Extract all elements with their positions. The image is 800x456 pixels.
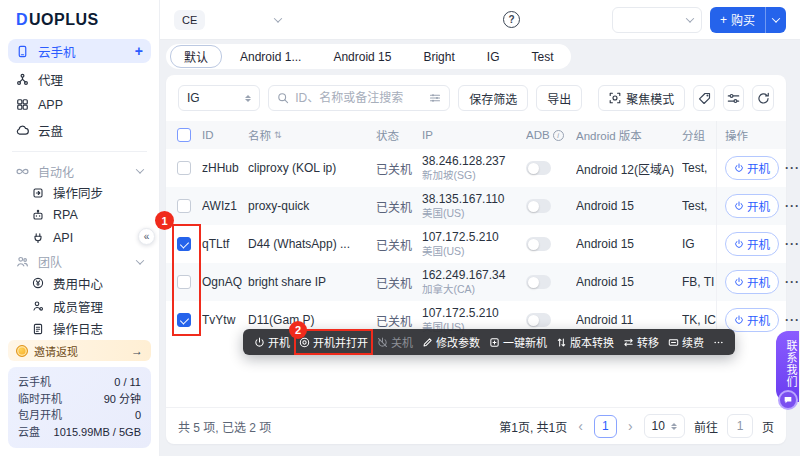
coin-icon — [16, 345, 28, 357]
search-box[interactable] — [268, 85, 450, 111]
device-ip: 162.249.167.34 — [422, 268, 505, 283]
power-on-button[interactable]: 开机 — [725, 270, 779, 294]
save-filter-button[interactable]: 保存筛选 — [458, 85, 528, 111]
tab-android-1[interactable]: Android 1... — [226, 47, 315, 67]
focus-mode-button[interactable]: 聚焦模式 — [598, 85, 685, 111]
toolbar-edit[interactable]: 修改参数 — [422, 334, 480, 350]
group-filter-value: IG — [187, 91, 200, 105]
col-ip: IP — [422, 121, 526, 149]
contact-us-widget[interactable]: 联系我们 — [775, 331, 800, 410]
col-actions: 操作 — [716, 121, 786, 149]
sidebar-item-label: 成员管理 — [53, 297, 103, 316]
info-icon[interactable]: i — [553, 130, 564, 141]
adb-toggle[interactable] — [526, 237, 551, 251]
power-on-button[interactable]: 开机 — [725, 308, 779, 332]
power-on-button[interactable]: 开机 — [725, 232, 779, 256]
tab-bright[interactable]: Bright — [409, 47, 468, 67]
sidebar-item-cloud-phone[interactable]: 云手机 + — [8, 39, 151, 63]
power-icon — [734, 163, 744, 173]
adb-toggle[interactable] — [526, 161, 551, 175]
sidebar-item-cloud-disk[interactable]: 云盘 — [8, 118, 151, 141]
chat-bubble-icon[interactable] — [778, 390, 798, 410]
pagination: 第1页, 共1页 ‹ 1 › 10 前往 1 页 — [499, 414, 774, 438]
column-settings-button[interactable] — [723, 85, 745, 111]
export-button[interactable]: 导出 — [536, 85, 582, 111]
sidebar-item-billing-center[interactable]: 费用中心 — [8, 272, 151, 295]
col-name[interactable]: 名称⇅ — [248, 121, 376, 149]
tab-default[interactable]: 默认 — [170, 45, 222, 68]
sidebar-collapse-button[interactable]: « — [138, 228, 155, 245]
device-group: FB, TI — [682, 263, 716, 301]
row-more-button[interactable]: ··· — [785, 161, 800, 175]
refresh-button[interactable] — [752, 85, 774, 111]
row-checkbox[interactable] — [177, 237, 191, 251]
invite-cashback-card[interactable]: 邀请返现 → — [8, 340, 151, 361]
device-name: D44 (WhatsApp) ... — [248, 225, 376, 263]
page-size-select[interactable]: 10 — [644, 414, 685, 438]
prev-page-button[interactable]: ‹ — [576, 418, 585, 434]
stat-cloud-disk: 云盘1015.99MB / 5GB — [18, 424, 141, 441]
help-icon[interactable]: ? — [503, 11, 520, 28]
toolbar-more[interactable] — [713, 337, 724, 348]
toolbar-renew[interactable]: 续费 — [668, 334, 704, 350]
row-checkbox[interactable] — [177, 161, 191, 175]
member-icon — [32, 300, 44, 312]
sidebar-group-automation[interactable]: 自动化 — [8, 161, 151, 182]
advanced-filter-icon[interactable] — [429, 92, 441, 104]
power-icon — [734, 277, 744, 287]
search-input[interactable] — [295, 91, 423, 105]
stat-temp-boot: 临时开机90 分钟 — [18, 391, 141, 408]
buy-dropdown-caret[interactable] — [766, 7, 786, 33]
power-on-button[interactable]: 开机 — [725, 194, 779, 218]
row-more-button[interactable]: ··· — [785, 275, 800, 289]
buy-button[interactable]: +购买 — [710, 7, 786, 33]
current-page-button[interactable]: 1 — [594, 415, 617, 438]
toolbar-new-device[interactable]: 一键新机 — [489, 334, 547, 350]
row-checkbox[interactable] — [177, 199, 191, 213]
sidebar-item-rpa[interactable]: RPA — [8, 204, 151, 227]
group-label: 团队 — [38, 253, 62, 270]
adb-toggle[interactable] — [526, 275, 551, 289]
workspace-chip[interactable]: CE — [174, 10, 205, 30]
row-more-button[interactable]: ··· — [785, 313, 800, 327]
add-cloud-phone-button[interactable]: + — [135, 43, 143, 59]
select-all-checkbox[interactable] — [177, 128, 191, 142]
device-group: Test, — [682, 149, 716, 187]
power-icon — [734, 201, 744, 211]
row-checkbox[interactable] — [177, 275, 191, 289]
tab-android-15[interactable]: Android 15 — [319, 47, 405, 67]
toolbar-version[interactable]: 版本转换 — [556, 334, 614, 350]
sidebar-item-label: 操作同步 — [53, 183, 103, 202]
sidebar-item-member-management[interactable]: 成员管理 — [8, 295, 151, 318]
robot-icon — [32, 209, 44, 221]
sidebar-item-api[interactable]: API — [8, 227, 151, 250]
sidebar-item-proxy[interactable]: 代理 — [8, 67, 151, 90]
next-page-button[interactable]: › — [626, 418, 635, 434]
sidebar-group-team[interactable]: 团队 — [8, 251, 151, 272]
tab-test[interactable]: Test — [517, 47, 567, 67]
sort-icon[interactable]: ⇅ — [274, 130, 282, 140]
row-more-button[interactable]: ··· — [785, 199, 800, 213]
goto-page-input[interactable]: 1 — [727, 414, 753, 438]
workspace-chevron-down-icon[interactable] — [274, 14, 282, 22]
toolbar-power-open[interactable]: 开机并打开2 — [299, 334, 368, 350]
tab-ig[interactable]: IG — [473, 47, 514, 67]
page-info: 第1页, 共1页 — [499, 418, 567, 435]
toolbar-power-off: 关机 — [377, 334, 413, 350]
device-ip-region: 加拿大(CA) — [422, 283, 475, 296]
power-on-button[interactable]: 开机 — [725, 156, 779, 180]
toolbar-transfer[interactable]: 转移 — [623, 334, 659, 350]
row-checkbox[interactable] — [177, 313, 191, 327]
power-icon — [734, 239, 744, 249]
adb-toggle[interactable] — [526, 199, 551, 213]
sidebar-item-operation-sync[interactable]: 操作同步 — [8, 181, 151, 204]
group-filter-select[interactable]: IG — [178, 85, 260, 111]
tag-button[interactable] — [693, 85, 715, 111]
adb-toggle[interactable] — [526, 313, 551, 327]
row-more-button[interactable]: ··· — [785, 237, 800, 251]
sidebar-item-app[interactable]: APP — [8, 93, 151, 116]
toolbar-power[interactable]: 开机 — [254, 334, 290, 350]
topbar-dropdown[interactable] — [612, 7, 702, 33]
sidebar-item-operation-logs[interactable]: 操作日志 — [8, 317, 151, 340]
device-id: zHHub — [202, 149, 248, 187]
